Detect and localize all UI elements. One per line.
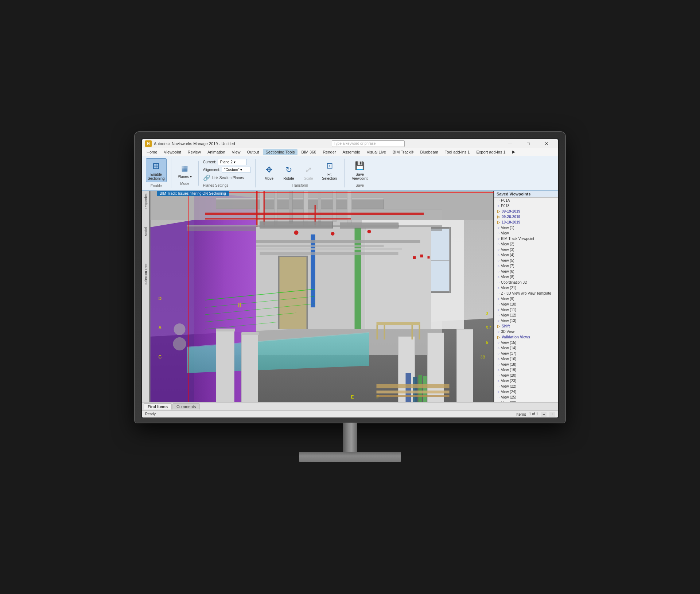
current-plane-row: Current: Plane 2 ▾ [203,159,247,165]
zoom-out-button[interactable]: − [541,412,547,417]
viewpoint-item-p018[interactable]: ○P018 [494,203,558,209]
menu-viewpoint[interactable]: Viewpoint [161,149,184,155]
viewpoint-item-view19[interactable]: ○View (19) [494,367,558,373]
zoom-in-button[interactable]: + [549,412,555,417]
viewpoint-item-shift[interactable]: ▷Shift [494,323,558,329]
status-bar: Ready Items 1 of 1 − + [142,410,558,418]
viewpoint-item-view6[interactable]: ○View (6) [494,269,558,274]
svg-rect-46 [216,329,235,331]
viewpoint-item-view21[interactable]: ○View (21) [494,285,558,291]
viewpoint-item-view-plain[interactable]: ○View [494,230,558,236]
menu-bluebeam[interactable]: Bluebeam [417,149,441,155]
viewpoint-item-icon: ○ [497,286,499,290]
svg-rect-41 [256,248,402,250]
viewpoint-item-view9[interactable]: ○View (9) [494,296,558,302]
menu-view[interactable]: View [229,149,244,155]
viewpoint-item-label: View (3) [501,248,514,252]
saved-viewpoints-list[interactable]: ○P01A○P018▷09-19-2019▷09-26-2019▷10-10-2… [494,198,558,402]
fit-selection-button[interactable]: ⊡ FitSelection [319,159,340,182]
save-viewpoint-button[interactable]: 💾 SaveViewpoint [349,159,370,182]
viewpoint-item-view13[interactable]: ○View (13) [494,318,558,323]
menu-bim360[interactable]: BIM 360 [298,149,319,155]
viewpoint-item-view14[interactable]: ○View (14) [494,345,558,351]
menu-video[interactable]: ▶ [509,149,518,155]
viewpoint-item-date2[interactable]: ▷09-26-2019 [494,214,558,220]
viewpoint-item-view24[interactable]: ○View (24) [494,389,558,395]
viewpoint-item-view2[interactable]: ○View (2) [494,241,558,247]
move-button[interactable]: ✥ Move [260,163,278,182]
viewpoint-item-view18[interactable]: ○View (18) [494,362,558,367]
viewpoint-item-date1[interactable]: ▷09-19-2019 [494,209,558,214]
viewpoint-item-p01a[interactable]: ○P01A [494,198,558,203]
scale-button[interactable]: ⤢ Scale [299,163,318,182]
menu-visual-live[interactable]: Visual Live [364,149,389,155]
svg-rect-76 [413,377,417,402]
svg-rect-81 [377,395,450,397]
minimize-button[interactable]: — [502,140,518,147]
viewpoint-item-view20[interactable]: ○View (20) [494,373,558,378]
properties-sidebar-label[interactable]: Properties [144,194,148,209]
planes-button[interactable]: ▦ Planes ▾ [176,161,194,180]
rotate-label: Rotate [283,176,294,180]
menu-tool-addins[interactable]: Tool add-ins 1 [442,149,473,155]
viewport-3d[interactable]: 8 D A C E F 3 5 5.2 3B [149,191,494,402]
viewpoint-item-view11[interactable]: ○View (11) [494,307,558,312]
viewpoint-item-icon: ○ [497,248,499,252]
current-plane-dropdown[interactable]: Plane 2 ▾ [218,159,247,165]
viewpoint-item-icon: ○ [497,259,499,263]
viewpoint-item-view26[interactable]: ○View (26) [494,400,558,402]
viewpoint-item-view4[interactable]: ○View (4) [494,252,558,258]
viewpoint-item-view3[interactable]: ○View (3) [494,247,558,252]
svg-rect-89 [260,222,333,228]
viewpoint-item-icon: ▷ [497,215,500,219]
viewpoint-item-view5[interactable]: ○View (5) [494,258,558,263]
viewpoint-item-label: View (10) [501,302,516,306]
viewpoint-item-view16[interactable]: ○View (16) [494,356,558,362]
viewpoint-item-3dview[interactable]: ○3D View [494,329,558,334]
menu-export-addins[interactable]: Export add-ins 1 [473,149,508,155]
menu-sectioning-tools[interactable]: Sectioning Tools [263,149,298,155]
viewpoint-item-date3[interactable]: ▷10-10-2019 [494,220,558,225]
svg-rect-15 [216,198,384,209]
maximize-button[interactable]: □ [520,140,537,147]
viewpoint-item-icon: ○ [497,280,499,284]
viewpoint-item-z-3dview[interactable]: ○Z - 3D View w/o View Template [494,291,558,296]
viewpoint-item-coord3d[interactable]: ○Coordination 3D [494,280,558,285]
ribbon-save-group: 💾 SaveViewpoint Save [349,159,375,187]
rotate-button[interactable]: ↻ Rotate [280,163,298,182]
viewpoint-item-view7[interactable]: ○View (7) [494,263,558,269]
search-box[interactable]: Type a keyword or phrase [332,140,405,147]
viewpoint-item-label: View (19) [501,368,516,372]
viewpoint-item-view8[interactable]: ○View (8) [494,274,558,280]
viewpoint-item-view1[interactable]: ○View (1) [494,225,558,230]
menu-home[interactable]: Home [144,149,160,155]
find-items-tab[interactable]: Find Items [144,403,172,409]
viewpoint-item-validation-views[interactable]: ▷Validation Views [494,334,558,340]
selection-tree-label[interactable]: Selection Tree [144,264,148,285]
menu-render[interactable]: Render [320,149,339,155]
alignment-dropdown[interactable]: "Custom" ▾ [222,167,251,173]
viewpoint-item-view10[interactable]: ○View (10) [494,302,558,307]
viewpoint-item-view12[interactable]: ○View (12) [494,312,558,318]
menu-review[interactable]: Review [185,149,204,155]
viewpoint-item-bim-track-vp[interactable]: ○BIM Track Viewpoint [494,236,558,241]
viewpoint-item-view22[interactable]: ○View (22) [494,384,558,389]
menu-output[interactable]: Output [244,149,262,155]
svg-rect-25 [205,218,351,220]
close-button[interactable]: ✕ [538,140,555,147]
viewpoint-item-view25[interactable]: ○View (25) [494,395,558,400]
viewpoint-item-label: View (22) [501,384,516,388]
menu-assemble[interactable]: Assemble [339,149,363,155]
viewpoint-item-label: View (21) [501,286,516,290]
transform-group-label: Transform [292,183,308,187]
viewpoint-item-view23[interactable]: ○View (23) [494,378,558,384]
enable-sectioning-button[interactable]: ⊞ EnableSectioning [146,158,167,182]
title-bar-left: N Autodesk Navisworks Manage 2019 - Unti… [145,140,235,147]
comments-tab[interactable]: Comments [172,403,200,409]
viewpoint-item-label: Validation Views [502,335,530,339]
menu-animation[interactable]: Animation [205,149,228,155]
viewpoint-item-view17[interactable]: ○View (17) [494,351,558,356]
viewpoint-item-view15[interactable]: ○View (15) [494,340,558,345]
menu-bim-track[interactable]: BIM Track® [390,149,417,155]
model-sidebar-label[interactable]: Model [144,227,148,236]
